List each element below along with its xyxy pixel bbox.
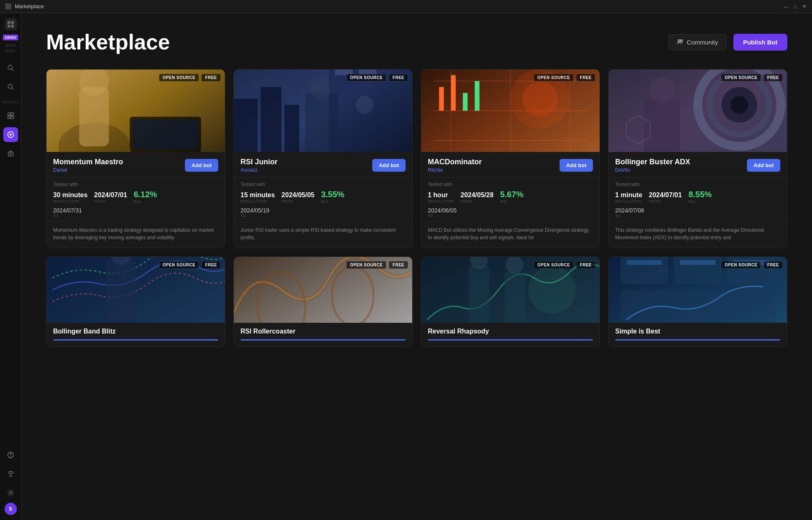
bot-name-1: Momentum Maestro [53, 158, 123, 166]
free-badge-7: FREE [576, 261, 595, 269]
to-date-value-1: 2024/07/31 [53, 207, 218, 214]
publish-bot-button[interactable]: Publish Bot [733, 34, 787, 51]
user-avatar[interactable]: $ [5, 503, 17, 515]
badge-row-4: OPEN SOURCE FREE [721, 74, 783, 82]
add-bot-button-2[interactable]: Add bot [372, 159, 406, 172]
svg-rect-9 [11, 113, 14, 115]
bot-card-header-3: MACDominator Ritchie Add bot [421, 152, 600, 177]
open-source-badge-3: OPEN SOURCE [534, 74, 574, 82]
svg-rect-69 [504, 272, 525, 323]
bot-title-block-4: Bollinger Buster ADX DeVito [615, 158, 690, 173]
bot-card-image-3: OPEN SOURCE FREE [421, 70, 600, 152]
bot-card-rsi-junior: OPEN SOURCE FREE RSI Junior Auroia1 Add … [233, 69, 413, 248]
bot-name-3: MACDominator [428, 158, 482, 166]
from-label-4: FROM [649, 199, 682, 203]
tested-label-2: Tested with [240, 182, 406, 187]
roi-label-2: ROI [321, 200, 345, 204]
bot-card-image-4: OPEN SOURCE FREE [609, 70, 787, 152]
bottom-indicator-7 [428, 339, 593, 340]
stat-from-2: 2024/05/05 FROM [282, 191, 315, 203]
resolution-value-4: 1 minute [615, 191, 642, 199]
sidebar-item-wifi[interactable] [3, 466, 18, 481]
stat-from-1: 2024/07/01 FROM [94, 191, 127, 203]
bot-bottom-bar-5: Bollinger Band Blitz [47, 323, 225, 345]
to-date-value-3: 2024/06/05 [428, 207, 593, 214]
to-label-1: TO [53, 214, 218, 218]
svg-point-56 [730, 96, 748, 114]
to-label-3: TO [428, 214, 593, 218]
free-badge: FREE [201, 74, 221, 82]
bot-title-block-2: RSI Junior Auroia1 [240, 158, 278, 173]
maximize-button[interactable]: □ [792, 4, 798, 9]
bot-card-reversal-rhapsody: OPEN SOURCE FREE Reversal Rhapsody [421, 257, 600, 347]
bot-description-4: This strategy combines Bollinger Bands a… [609, 222, 787, 248]
bot-card-macdominator: OPEN SOURCE FREE MACDominator Ritchie Ad… [421, 69, 600, 248]
app-icon: ⬛ [5, 3, 12, 9]
add-bot-button-1[interactable]: Add bot [185, 159, 218, 172]
svg-rect-30 [261, 87, 282, 152]
open-source-badge-6: OPEN SOURCE [346, 261, 386, 269]
bot-name-5: Bollinger Band Blitz [53, 328, 218, 335]
bots-grid: OPEN SOURCE FREE Momentum Maestro Daniel… [46, 69, 787, 347]
badge-row-5: OPEN SOURCE FREE [159, 261, 221, 269]
roi-value-4: 8.55% [688, 190, 712, 199]
sidebar-item-search2[interactable] [3, 79, 18, 94]
resolution-label-2: RESOLUTION [240, 199, 275, 203]
minimize-button[interactable]: — [783, 4, 789, 9]
add-bot-button-4[interactable]: Add bot [747, 159, 780, 172]
sidebar-item-help[interactable] [3, 448, 18, 462]
card-illustration-1 [47, 70, 225, 152]
resolution-value-1: 30 minutes [53, 191, 88, 199]
badge-row-6: OPEN SOURCE FREE [346, 261, 408, 269]
community-icon [677, 39, 684, 45]
sidebar-item-bots[interactable] [3, 146, 18, 161]
roi-value-1: 6.12% [134, 190, 157, 199]
bottom-indicator-5 [53, 339, 218, 340]
bot-description-1: Momentum Maestro is a trading strategy d… [47, 222, 225, 248]
badge-row-3: OPEN SOURCE FREE [534, 74, 595, 82]
sidebar-item-settings[interactable] [3, 485, 18, 500]
resolution-value-3: 1 hour [428, 191, 454, 199]
bot-bottom-bar-8: Simple is Best [609, 323, 787, 345]
bot-name-2: RSI Junior [240, 158, 278, 166]
from-value-3: 2024/05/28 [461, 191, 494, 199]
bot-name-8: Simple is Best [615, 328, 780, 335]
badge-row-1: OPEN SOURCE FREE [159, 74, 221, 82]
bot-bottom-bar-7: Reversal Rhapsody [421, 323, 600, 345]
free-badge-6: FREE [389, 261, 408, 269]
bot-card-stats-1: Tested with 30 minutes RESOLUTION 2024/0… [47, 177, 225, 222]
stat-resolution-1: 30 minutes RESOLUTION [53, 191, 88, 203]
card-illustration-4 [609, 70, 787, 152]
svg-point-51 [522, 81, 558, 117]
svg-rect-29 [234, 99, 258, 152]
bot-card-image-6: OPEN SOURCE FREE [234, 257, 412, 323]
date-row-3: 2024/06/05 TO [428, 207, 593, 218]
sidebar-item-spaces[interactable] [3, 108, 18, 123]
bot-title-block-3: MACDominator Ritchie [428, 158, 482, 173]
bot-card-stats-3: Tested with 1 hour RESOLUTION 2024/05/28… [421, 177, 600, 222]
titlebar: ⬛ Marketplace — □ ✕ [0, 0, 812, 13]
bottom-indicator-6 [240, 339, 406, 340]
bot-card-bollinger-adx: OPEN SOURCE FREE Bollinger Buster ADX De… [608, 69, 787, 248]
stat-roi-4: 8.55% ROI [688, 190, 712, 204]
header-actions: Community Publish Bot [668, 34, 787, 51]
sidebar-item-marketplace[interactable] [3, 127, 18, 142]
bot-description-3: MACD Bot utilizes the Moving Average Con… [421, 222, 600, 248]
sidebar: DEMO 3.23.3 2.23.1 SPACES [0, 13, 21, 520]
svg-point-58 [649, 77, 675, 103]
sidebar-item-search[interactable] [3, 61, 18, 75]
svg-rect-67 [469, 266, 490, 323]
stat-from-3: 2024/05/28 FROM [461, 191, 494, 203]
open-source-badge-2: OPEN SOURCE [346, 74, 386, 82]
free-badge-4: FREE [763, 74, 783, 82]
badge-row-8: OPEN SOURCE FREE [721, 261, 783, 269]
community-button[interactable]: Community [668, 34, 727, 50]
bot-card-image-5: OPEN SOURCE FREE [47, 257, 225, 323]
open-source-badge: OPEN SOURCE [159, 74, 199, 82]
svg-point-71 [528, 266, 576, 313]
date-row-2: 2024/05/19 TO [240, 207, 406, 218]
bot-title-block-1: Momentum Maestro Daniel [53, 158, 123, 173]
close-button[interactable]: ✕ [801, 4, 807, 9]
svg-rect-8 [8, 113, 10, 115]
add-bot-button-3[interactable]: Add bot [560, 159, 593, 172]
